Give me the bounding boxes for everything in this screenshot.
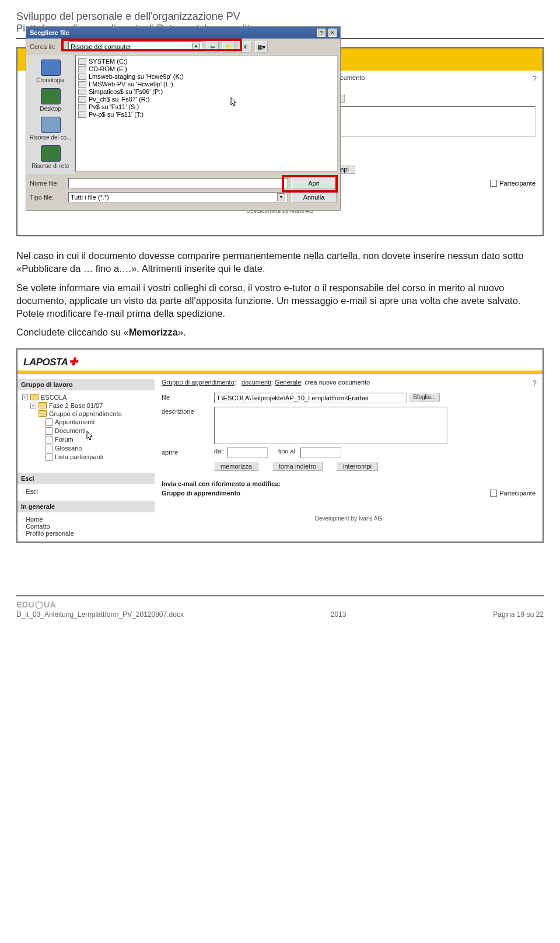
nav-tree: +ESCOLA +Fase 2 Base 01/07 Gruppo di app…	[22, 394, 150, 461]
interrupt-button[interactable]: interrompi	[337, 462, 378, 471]
logo: LAPOSTA✚	[23, 357, 78, 368]
tree-ga[interactable]: Gruppo di apprendimento	[38, 410, 150, 417]
page-footer: EDUUA	[16, 595, 544, 609]
dialog-titlebar: Scegliere file ? ×	[26, 27, 340, 39]
place-my-computer[interactable]: Risorse del co...	[26, 114, 75, 143]
footer-year: 2013	[184, 610, 493, 619]
logo-plus-icon: ✚	[69, 356, 78, 368]
paragraph-1: Nel caso in cui il documento dovesse com…	[16, 249, 544, 275]
section-exit-header: Esci	[18, 473, 155, 484]
sidebar: Gruppo di lavoro +ESCOLA +Fase 2 Base 01…	[18, 374, 155, 542]
save-button[interactable]: memorizza	[214, 462, 258, 471]
drive-item[interactable]: Pv-p$ su 'Fs11' (T:)	[78, 111, 335, 118]
footer-page: Pagina 19 su 22	[493, 610, 544, 619]
email-notify-group: Gruppo di apprendimento	[162, 490, 240, 497]
crumb-current: crea nuovo documento	[304, 379, 370, 386]
places-bar: Cronologia Desktop Risorse del co... Ris…	[26, 55, 75, 174]
participant-checkbox[interactable]	[490, 180, 497, 187]
profile-link[interactable]: Profilo personale	[22, 530, 74, 537]
logo-area: LAPOSTA✚	[18, 350, 542, 371]
paragraph-3: Concludete cliccando su «Memorizza».	[16, 326, 544, 338]
back-button[interactable]: torna indietro	[272, 462, 323, 471]
tree-item[interactable]: Glossario	[46, 445, 150, 452]
place-desktop[interactable]: Desktop	[26, 86, 75, 114]
browse-button[interactable]: Sfoglia...	[409, 393, 440, 401]
dialog-help-icon[interactable]: ?	[317, 29, 326, 37]
file-input[interactable]	[214, 393, 407, 403]
to-date-input[interactable]	[300, 448, 341, 458]
email-notify-section: Invia e-mail con riferimento a modifica:…	[162, 480, 536, 497]
mouse-cursor-icon	[86, 431, 94, 441]
home-link[interactable]: Home	[22, 516, 43, 523]
tree-root[interactable]: +ESCOLA	[22, 394, 150, 401]
footer-filename: D_it_03_Anleitung_Lernplattform_PV_20120…	[16, 610, 184, 619]
exit-link[interactable]: Esci	[22, 488, 38, 495]
circle-icon	[35, 601, 43, 609]
chevron-down-icon[interactable]: ▾	[277, 193, 285, 201]
paragraph-2: Se volete informare via email i vostri c…	[16, 281, 544, 320]
crumb-group[interactable]: Gruppo di apprendimento	[162, 379, 235, 386]
place-history[interactable]: Cronologia	[26, 57, 75, 86]
from-date-input[interactable]	[227, 448, 268, 458]
description-textarea[interactable]	[314, 106, 536, 137]
tree-item[interactable]: Lista partecipanti	[46, 453, 150, 461]
description-label: descrizione	[162, 407, 214, 415]
from-label: dal:	[214, 448, 225, 455]
participant-checkbox[interactable]	[490, 490, 497, 497]
mouse-cursor-icon	[230, 97, 239, 107]
email-notify-title: Invia e-mail con riferimento a modifica:	[162, 480, 536, 487]
screenshot-2: LAPOSTA✚ Gruppo di lavoro +ESCOLA +Fase …	[16, 348, 544, 543]
close-icon[interactable]: ×	[328, 29, 337, 37]
tree-item[interactable]: Documenti	[46, 427, 150, 435]
cancel-button[interactable]: Annulla	[291, 191, 337, 203]
filetype-combo[interactable]: Tutti i file (*.*) ▾	[68, 192, 288, 202]
file-label: file	[162, 393, 214, 401]
drives-list[interactable]: SYSTEM (C:) CD-ROM (E:) Lmsweb-staging s…	[75, 55, 338, 172]
section-general-header: In generale	[18, 501, 155, 512]
header-line1: Sviluppo del personale e dell'organizzaz…	[16, 11, 544, 23]
drive-item[interactable]: Pv$ su 'Fs11' (S:)	[78, 103, 335, 110]
participant-label: Partecipante	[499, 490, 536, 497]
description-textarea[interactable]	[214, 407, 447, 444]
drive-item[interactable]: CD-ROM (E:)	[78, 65, 335, 72]
dialog-title: Scegliere file	[30, 29, 69, 36]
tree-phase[interactable]: +Fase 2 Base 01/07	[30, 402, 150, 409]
crumb-general[interactable]: Generale	[275, 379, 301, 386]
filename-label: Nome file:	[30, 180, 65, 187]
tree-item[interactable]: Appuntamenti	[46, 418, 150, 426]
main-panel: ? Gruppo di apprendimento: documenti: Ge…	[155, 374, 542, 542]
body-text: Nel caso in cui il documento dovesse com…	[16, 249, 544, 339]
dev-credit: Development by Ivaris AG	[162, 497, 536, 522]
screenshot-1: ? nuovo documento Sfoglia... interrompi	[16, 47, 544, 236]
section-group-header: Gruppo di lavoro	[18, 379, 155, 390]
highlight-search-in	[61, 39, 242, 51]
drive-item[interactable]: LMSWeb-PV su 'Hcwe9p' (L:)	[78, 81, 335, 88]
tree-item[interactable]: Forum	[46, 436, 150, 443]
participant-label: Partecipante	[499, 180, 536, 187]
search-in-label: Cerca in:	[30, 43, 65, 50]
drive-item[interactable]: SYSTEM (C:)	[78, 58, 335, 65]
drive-item[interactable]: Simpaticos$ su 'Fs06' (P:)	[78, 88, 335, 95]
filetype-value: Tutti i file (*.*)	[71, 194, 109, 201]
drive-item[interactable]: Lmsweb-staging su 'Hcwe9p' (K:)	[78, 73, 335, 80]
place-network[interactable]: Risorse di rete	[26, 143, 75, 172]
contact-link[interactable]: Contatto	[22, 523, 50, 530]
help-icon[interactable]: ?	[533, 74, 537, 83]
breadcrumb: Gruppo di apprendimento: documenti: Gene…	[162, 379, 536, 386]
breadcrumb-tail: nuovo documento	[314, 74, 536, 81]
drive-item[interactable]: Pv_ch$ su 'Fs07' (R:)	[78, 96, 335, 103]
eduqua-logo: EDUUA	[16, 600, 56, 609]
view-icon[interactable]: ▦▾	[255, 41, 268, 53]
participant-checkbox-row[interactable]: Partecipante	[490, 180, 536, 187]
file-picker-dialog: Scegliere file ? × Cerca in: Risorse del…	[26, 26, 341, 211]
filetype-label: Tipo file:	[30, 194, 65, 201]
highlight-open-button	[282, 175, 338, 193]
filename-input[interactable]	[68, 178, 288, 188]
crumb-documents[interactable]: documenti	[242, 379, 271, 386]
to-label: fino al:	[278, 448, 297, 455]
help-icon[interactable]: ?	[533, 379, 537, 387]
open-label: aprire	[162, 448, 214, 456]
participant-checkbox-row[interactable]: Partecipante	[490, 490, 536, 497]
